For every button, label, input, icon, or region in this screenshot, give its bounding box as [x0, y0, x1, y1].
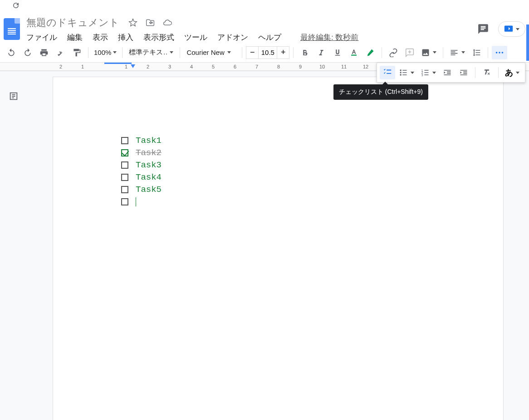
- outline-toggle[interactable]: [0, 71, 27, 420]
- undo-button[interactable]: [4, 46, 19, 59]
- task-label[interactable]: Task2: [136, 148, 162, 158]
- document-title[interactable]: 無題のドキュメント: [26, 16, 119, 29]
- bulleted-list-button[interactable]: [396, 68, 417, 77]
- move-icon[interactable]: [146, 18, 155, 27]
- menu-tools[interactable]: ツール: [184, 32, 207, 43]
- overflow-toolbar: 123 あ: [377, 63, 525, 83]
- line-spacing-button[interactable]: [469, 46, 484, 59]
- menu-file[interactable]: ファイル: [26, 32, 57, 43]
- highlight-button[interactable]: [362, 46, 378, 59]
- spellcheck-button[interactable]: [53, 46, 68, 59]
- zoom-select[interactable]: 100%: [92, 49, 118, 56]
- toolbar: 100% 標準テキス… Courier New − +: [0, 43, 529, 63]
- cloud-icon[interactable]: [163, 18, 172, 27]
- comments-icon[interactable]: [477, 23, 489, 35]
- last-edit-link[interactable]: 最終編集: 数秒前: [300, 32, 358, 43]
- checklist-item[interactable]: [121, 195, 503, 208]
- task-label[interactable]: Task5: [136, 185, 162, 195]
- chevron-down-icon: [516, 28, 519, 30]
- svg-point-4: [400, 69, 402, 71]
- bold-button[interactable]: [297, 46, 313, 59]
- insert-comment-button[interactable]: [402, 46, 417, 59]
- task-label[interactable]: Task4: [136, 172, 162, 182]
- checklist-item[interactable]: Task2: [121, 147, 503, 159]
- input-tools-button[interactable]: あ: [502, 67, 522, 78]
- svg-point-3: [502, 52, 504, 54]
- checkbox[interactable]: [121, 161, 128, 169]
- ruler-mark: 9: [289, 64, 311, 69]
- insert-link-button[interactable]: [386, 46, 401, 59]
- svg-point-6: [400, 74, 402, 75]
- checkbox[interactable]: [121, 186, 128, 193]
- tooltip-checklist: チェックリスト (Ctrl+Shift+9): [333, 84, 428, 100]
- checklist-item[interactable]: Task3: [121, 159, 503, 171]
- style-value: 標準テキス…: [129, 48, 167, 57]
- chevron-down-icon: [227, 51, 231, 54]
- ruler-mark: 2: [137, 64, 159, 69]
- menu-addons[interactable]: アドオン: [217, 32, 248, 43]
- ruler-mark: 8: [268, 64, 289, 69]
- insert-image-button[interactable]: [418, 48, 439, 57]
- ruler-mark: 6: [224, 64, 246, 69]
- chevron-down-icon: [170, 51, 173, 54]
- chevron-down-icon: [113, 51, 117, 54]
- ruler-margin[interactable]: [104, 63, 132, 71]
- docs-logo[interactable]: [4, 18, 20, 40]
- svg-rect-0: [351, 54, 357, 55]
- text-color-button[interactable]: [346, 46, 362, 59]
- numbered-list-button[interactable]: 123: [418, 68, 439, 77]
- checklist-item[interactable]: Task1: [121, 134, 503, 147]
- font-select[interactable]: Courier New: [184, 49, 238, 56]
- increase-font-button[interactable]: +: [277, 46, 289, 59]
- underline-button[interactable]: [330, 46, 345, 59]
- paint-format-button[interactable]: [69, 46, 84, 59]
- italic-button[interactable]: [313, 46, 329, 59]
- align-button[interactable]: [447, 48, 468, 57]
- reload-icon[interactable]: [12, 1, 20, 10]
- more-button[interactable]: [492, 46, 507, 59]
- ruler-mark: 2: [50, 64, 72, 69]
- decrease-indent-button[interactable]: [440, 66, 455, 79]
- ruler-mark: 4: [181, 64, 202, 69]
- task-label[interactable]: Task1: [136, 136, 162, 146]
- checklist-item[interactable]: Task4: [121, 171, 503, 183]
- ruler-mark: 3: [159, 64, 181, 69]
- increase-indent-button[interactable]: [456, 66, 471, 79]
- chevron-down-icon: [516, 72, 519, 74]
- menu-insert[interactable]: 挿入: [118, 32, 133, 43]
- font-size-input[interactable]: [259, 46, 277, 59]
- checkbox[interactable]: [121, 149, 128, 156]
- svg-text:3: 3: [421, 73, 423, 77]
- decrease-font-button[interactable]: −: [246, 46, 259, 59]
- task-label[interactable]: Task3: [136, 160, 162, 170]
- chevron-down-icon: [461, 51, 465, 54]
- checkbox[interactable]: [121, 137, 128, 144]
- menu-edit[interactable]: 編集: [67, 32, 83, 43]
- ruler-indent-marker[interactable]: [131, 64, 135, 68]
- document-area: Task1Task2Task3Task4Task5: [0, 71, 529, 420]
- font-size-control: − +: [246, 46, 289, 59]
- print-button[interactable]: [36, 46, 52, 59]
- present-button[interactable]: [498, 21, 525, 37]
- menu-help[interactable]: ヘルプ: [258, 32, 281, 43]
- ruler-mark: 1: [72, 64, 93, 69]
- menu-view[interactable]: 表示: [93, 32, 108, 43]
- paragraph-style-select[interactable]: 標準テキス…: [126, 48, 176, 57]
- redo-button[interactable]: [20, 46, 35, 59]
- checklist-item[interactable]: Task5: [121, 183, 503, 195]
- ruler-mark: 5: [202, 64, 224, 69]
- svg-point-2: [499, 52, 501, 54]
- checklist-button[interactable]: [380, 66, 395, 79]
- svg-point-1: [496, 52, 498, 54]
- checklist: Task1Task2Task3Task4Task5: [121, 134, 503, 208]
- page[interactable]: Task1Task2Task3Task4Task5: [53, 77, 504, 420]
- menu-format[interactable]: 表示形式: [143, 32, 174, 43]
- ruler-mark: 10: [311, 64, 333, 69]
- checkbox[interactable]: [121, 198, 128, 205]
- chevron-down-icon: [433, 51, 436, 54]
- clear-formatting-button[interactable]: [479, 66, 495, 79]
- zoom-value: 100%: [94, 49, 111, 56]
- menu-bar: ファイル 編集 表示 挿入 表示形式 ツール アドオン ヘルプ 最終編集: 数秒…: [26, 32, 477, 43]
- checkbox[interactable]: [121, 174, 128, 181]
- star-icon[interactable]: [128, 18, 137, 27]
